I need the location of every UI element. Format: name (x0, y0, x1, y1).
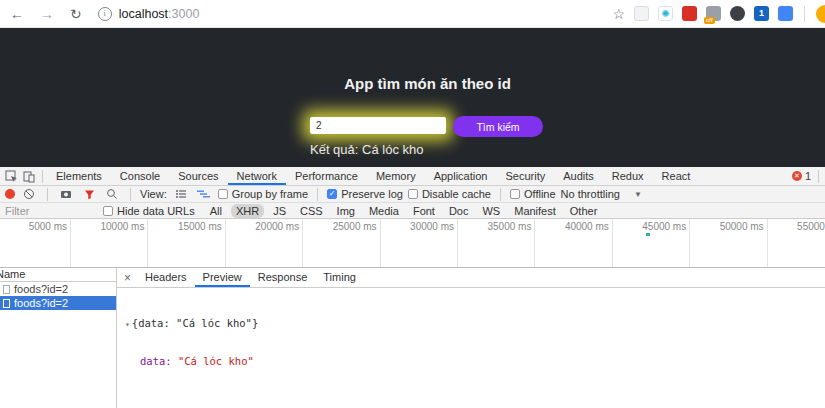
file-icon (3, 299, 10, 308)
timeline-gridline (225, 219, 226, 267)
file-icon (3, 285, 10, 294)
bookmark-star-icon[interactable]: ☆ (612, 7, 625, 21)
network-detail-area: Name foods?id=2foods?id=2 × HeadersPrevi… (0, 268, 825, 408)
timeline-tick-label: 15000 ms (152, 221, 222, 232)
filter-pill-xhr[interactable]: XHR (231, 204, 264, 218)
offline-checkbox[interactable]: Offline (510, 188, 556, 200)
filter-pill-ws[interactable]: WS (477, 204, 505, 218)
timeline-tick-label: 40000 ms (539, 221, 609, 232)
timeline-tick-label: 5000 ms (0, 221, 67, 232)
json-object-line[interactable]: ▾{data: "Cá lóc kho"} (125, 317, 825, 331)
timeline-tick-label: 55000 ms (771, 221, 825, 232)
request-rows: foods?id=2foods?id=2 (0, 282, 116, 310)
extension-icon-6[interactable]: 1 (754, 6, 769, 21)
clear-icon[interactable] (20, 185, 38, 203)
timeline-tick-label: 20000 ms (229, 221, 299, 232)
page-info-icon[interactable]: i (98, 7, 112, 21)
network-overview-timeline[interactable]: 5000 ms10000 ms15000 ms20000 ms25000 ms3… (0, 219, 825, 268)
filter-pill-css[interactable]: CSS (295, 204, 328, 218)
timeline-tick-label: 35000 ms (461, 221, 531, 232)
capture-screenshots-icon[interactable] (57, 185, 75, 203)
page-title: App tìm món ăn theo id (15, 75, 825, 92)
reload-icon[interactable]: ↻ (70, 7, 82, 21)
divider (818, 170, 819, 183)
devtools-tab-console[interactable]: Console (111, 167, 169, 185)
search-icon[interactable] (103, 185, 121, 203)
divider (42, 170, 43, 183)
extension-icon-2[interactable]: ✺ (658, 6, 673, 21)
timeline-gridline (380, 219, 381, 267)
search-button[interactable]: Tìm kiếm (453, 116, 543, 137)
device-toolbar-icon[interactable] (20, 167, 38, 185)
profile-avatar[interactable] (816, 5, 825, 23)
filter-pill-doc[interactable]: Doc (444, 204, 474, 218)
detail-tabs: HeadersPreviewResponseTiming (137, 268, 364, 287)
timeline-tick-label: 50000 ms (694, 221, 764, 232)
devtools-tab-security[interactable]: Security (496, 167, 554, 185)
waterfall-icon[interactable] (195, 185, 213, 203)
error-indicator[interactable]: ✕ 1 (792, 170, 825, 183)
extension-icon-3[interactable] (682, 6, 697, 21)
filter-input[interactable] (3, 204, 103, 218)
filter-funnel-icon[interactable] (80, 185, 98, 203)
filter-pill-media[interactable]: Media (364, 204, 404, 218)
name-column-header[interactable]: Name (0, 268, 116, 282)
json-key: data: (140, 355, 172, 367)
filter-pill-js[interactable]: JS (268, 204, 291, 218)
throttling-dropdown[interactable]: No throttling ▼ (561, 188, 642, 200)
back-icon[interactable]: ← (10, 7, 24, 21)
record-icon[interactable] (5, 189, 15, 199)
timeline-gridline (70, 219, 71, 267)
filter-pill-other[interactable]: Other (565, 204, 603, 218)
detail-tab-preview[interactable]: Preview (195, 268, 250, 287)
request-row[interactable]: foods?id=2 (0, 282, 116, 296)
preserve-log-checkbox[interactable]: ✓Preserve log (327, 188, 403, 200)
devtools-tab-elements[interactable]: Elements (47, 167, 111, 185)
request-detail-pane: × HeadersPreviewResponseTiming ▾{data: "… (117, 268, 825, 408)
timeline-tick-label: 10000 ms (74, 221, 144, 232)
address-bar[interactable]: localhost:3000 (119, 7, 200, 21)
devtools-tab-react[interactable]: React (653, 167, 700, 185)
detail-tab-headers[interactable]: Headers (137, 268, 195, 287)
extension-icon-4[interactable]: off (706, 6, 721, 21)
close-icon[interactable]: × (124, 272, 131, 284)
request-row[interactable]: foods?id=2 (0, 296, 116, 310)
group-by-frame-checkbox[interactable]: Group by frame (218, 188, 308, 200)
extension-icon-5[interactable] (730, 6, 745, 21)
preview-content: ▾{data: "Cá lóc kho"} data: "Cá lóc kho" (117, 288, 825, 391)
devtools-tab-sources[interactable]: Sources (169, 167, 227, 185)
devtools-tab-network[interactable]: Network (228, 167, 286, 185)
devtools-tab-performance[interactable]: Performance (286, 167, 367, 185)
devtools-tab-application[interactable]: Application (425, 167, 497, 185)
filter-pill-all[interactable]: All (205, 204, 227, 218)
devtools-tab-memory[interactable]: Memory (367, 167, 425, 185)
filter-pill-manifest[interactable]: Manifest (509, 204, 561, 218)
divider (130, 188, 131, 201)
filter-pill-font[interactable]: Font (408, 204, 440, 218)
forward-icon[interactable]: → (40, 7, 54, 21)
url-port: :3000 (168, 7, 199, 21)
divider (804, 6, 805, 22)
timeline-gridline (767, 219, 768, 267)
timeline-tick-label: 45000 ms (616, 221, 686, 232)
browser-actions: ☆ ✺ off 1 (612, 5, 825, 23)
requests-list-pane: Name foods?id=2foods?id=2 (0, 268, 117, 408)
timeline-gridline (534, 219, 535, 267)
hide-data-urls-label: Hide data URLs (117, 205, 195, 217)
disable-cache-checkbox[interactable]: Disable cache (408, 188, 491, 200)
devtools-tab-redux[interactable]: Redux (603, 167, 653, 185)
inspect-element-icon[interactable] (2, 167, 20, 185)
timeline-gridline (612, 219, 613, 267)
devtools-panel: ElementsConsoleSourcesNetworkPerformance… (0, 167, 825, 408)
url-host: localhost (119, 7, 168, 21)
hide-data-urls-checkbox[interactable]: Hide data URLs (103, 205, 195, 217)
json-property-line: data: "Cá lóc kho" (140, 355, 825, 367)
extension-icon-1[interactable] (634, 6, 649, 21)
view-list-icon[interactable] (172, 185, 190, 203)
detail-tab-timing[interactable]: Timing (315, 268, 364, 287)
devtools-tab-audits[interactable]: Audits (554, 167, 603, 185)
filter-pill-img[interactable]: Img (332, 204, 360, 218)
extension-icon-7[interactable] (778, 6, 793, 21)
detail-tab-response[interactable]: Response (250, 268, 316, 287)
food-id-input[interactable] (310, 117, 446, 134)
